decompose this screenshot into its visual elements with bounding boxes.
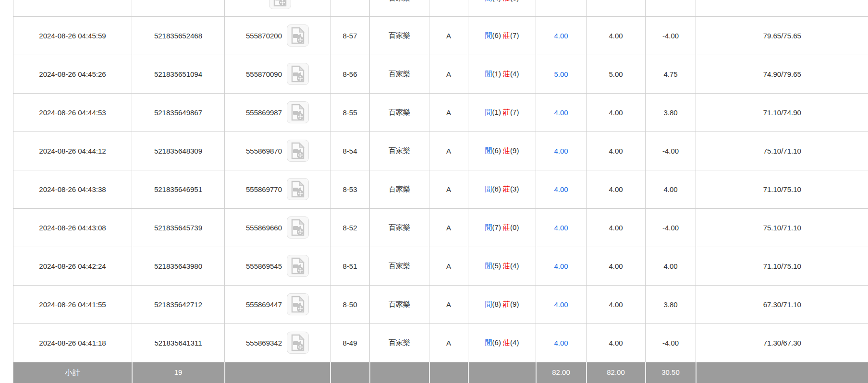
video-file-icon	[290, 334, 306, 351]
video-replay-button[interactable]	[287, 178, 309, 200]
banker-label: 莊	[503, 0, 510, 2]
table-row-partial: 百家樂 閒(4) 莊(6)	[13, 0, 868, 16]
subtotal-count: 19	[132, 362, 225, 383]
video-replay-button[interactable]	[287, 293, 309, 315]
bet-time	[13, 0, 132, 16]
seat-label: A	[429, 247, 468, 285]
bet-amount-link[interactable]: 4.00	[554, 339, 568, 347]
game-name: 百家樂	[370, 170, 429, 208]
banker-label: 莊	[503, 185, 510, 193]
subtotal-win-loss: 30.50	[646, 362, 696, 383]
table-row: 2024-08-26 04:43:08 521835645739 5558696…	[13, 208, 868, 247]
bet-time: 2024-08-26 04:45:59	[13, 16, 132, 55]
round-id-cell: 555870090	[225, 55, 330, 93]
round-id: 555869342	[246, 339, 282, 347]
bet-time: 2024-08-26 04:44:12	[13, 132, 132, 170]
video-replay-button[interactable]	[287, 255, 309, 277]
player-score: (6)	[492, 338, 501, 347]
round-id-cell: 555869342	[225, 323, 330, 362]
bet-amount-link[interactable]: 4.00	[554, 147, 568, 155]
bet-amount-link[interactable]: 4.00	[554, 224, 568, 232]
player-label: 閒	[485, 146, 492, 155]
video-replay-button[interactable]	[287, 63, 309, 85]
bet-amount-link[interactable]: 4.00	[554, 108, 568, 117]
bet-amount-cell: 4.00	[536, 247, 587, 285]
bet-amount-link[interactable]: 4.00	[554, 185, 568, 193]
table-round-number: 8-50	[330, 285, 370, 323]
bet-time: 2024-08-26 04:43:38	[13, 170, 132, 208]
bet-amount-cell: 4.00	[536, 132, 587, 170]
table-round-number	[330, 0, 370, 16]
video-replay-button[interactable]	[269, 0, 291, 9]
bet-records-viewport: 百家樂 閒(4) 莊(6) 2024-08-26 04:45:59 521835…	[13, 0, 868, 383]
banker-score: (7)	[510, 108, 519, 116]
game-name: 百家樂	[370, 323, 429, 362]
banker-label: 莊	[503, 300, 510, 308]
player-score: (6)	[492, 31, 501, 39]
table-row: 2024-08-26 04:45:59 521835652468 5558702…	[13, 16, 868, 55]
balance: 75.10/71.10	[696, 132, 868, 170]
round-id-cell: 555869447	[225, 285, 330, 323]
bet-amount-link[interactable]: 4.00	[554, 262, 568, 270]
game-result: 閒(1) 莊(4)	[468, 55, 536, 93]
player-score: (4)	[492, 0, 501, 2]
table-round-number: 8-55	[330, 93, 370, 132]
player-label: 閒	[485, 223, 492, 231]
bet-records-table: 百家樂 閒(4) 莊(6) 2024-08-26 04:45:59 521835…	[13, 0, 868, 383]
video-file-icon	[290, 180, 306, 198]
bet-id: 521835651094	[132, 55, 225, 93]
seat-label: A	[429, 323, 468, 362]
bet-amount-cell: 4.00	[536, 16, 587, 55]
bet-amount-link[interactable]: 4.00	[554, 32, 568, 40]
bet-id: 521835648309	[132, 132, 225, 170]
player-score: (1)	[492, 70, 501, 78]
balance	[696, 0, 868, 16]
bet-time: 2024-08-26 04:41:55	[13, 285, 132, 323]
balance: 71.10/75.10	[696, 247, 868, 285]
game-name: 百家樂	[370, 93, 429, 132]
banker-label: 莊	[503, 338, 510, 347]
bet-records-page: { "colors": { "accent_blue": "#1a6ee8", …	[0, 0, 868, 383]
bet-amount-link[interactable]: 5.00	[554, 70, 568, 78]
round-id-cell: 555869660	[225, 208, 330, 247]
video-replay-button[interactable]	[287, 101, 309, 123]
banker-label: 莊	[503, 262, 510, 270]
subtotal-row: 小計 19 82.00 82.00 30.50	[13, 362, 868, 383]
table-row: 2024-08-26 04:41:18 521835641311 5558693…	[13, 323, 868, 362]
table-round-number: 8-53	[330, 170, 370, 208]
video-replay-button[interactable]	[287, 24, 309, 47]
video-replay-button[interactable]	[287, 332, 309, 354]
banker-score: (4)	[510, 262, 519, 270]
win-loss: 4.00	[646, 170, 696, 208]
round-id: 555869447	[246, 300, 282, 309]
balance: 67.30/71.10	[696, 285, 868, 323]
game-name: 百家樂	[370, 132, 429, 170]
bet-time: 2024-08-26 04:45:26	[13, 55, 132, 93]
player-label: 閒	[485, 185, 492, 193]
subtotal-label: 小計	[13, 362, 132, 383]
round-id-cell: 555870200	[225, 16, 330, 55]
player-score: (6)	[492, 185, 501, 193]
banker-score: (3)	[510, 185, 519, 193]
player-score: (1)	[492, 108, 501, 116]
player-score: (6)	[492, 146, 501, 155]
video-replay-button[interactable]	[287, 140, 309, 162]
bet-time: 2024-08-26 04:44:53	[13, 93, 132, 132]
banker-score: (9)	[510, 146, 519, 155]
bet-id: 521835641311	[132, 323, 225, 362]
win-loss: -4.00	[646, 208, 696, 247]
bet-amount-cell: 4.00	[536, 323, 587, 362]
bet-amount-link[interactable]: 4.00	[554, 300, 568, 309]
balance: 71.10/74.90	[696, 93, 868, 132]
video-replay-button[interactable]	[287, 216, 309, 239]
valid-amount: 4.00	[587, 170, 646, 208]
banker-score: (4)	[510, 70, 519, 78]
banker-score: (4)	[510, 338, 519, 347]
seat-label	[429, 0, 468, 16]
banker-label: 莊	[503, 70, 510, 78]
seat-label: A	[429, 285, 468, 323]
valid-amount: 4.00	[587, 323, 646, 362]
game-result: 閒(8) 莊(9)	[468, 285, 536, 323]
valid-amount: 5.00	[587, 55, 646, 93]
win-loss: 4.75	[646, 55, 696, 93]
